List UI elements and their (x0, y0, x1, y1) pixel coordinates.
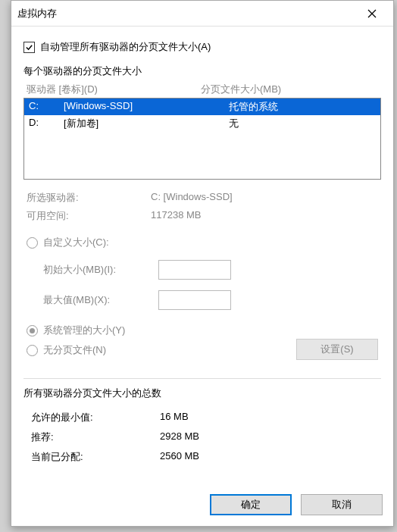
header-drive: 驱动器 [卷标](D) (27, 83, 201, 96)
drive-label: [新加卷] (64, 117, 229, 130)
custom-size-option[interactable]: 自定义大小(C): (23, 233, 381, 252)
initial-size-input[interactable] (158, 260, 231, 280)
available-space-row: 可用空间: 117238 MB (23, 207, 381, 225)
auto-manage-row[interactable]: 自动管理所有驱动器的分页文件大小(A) (23, 40, 381, 54)
drive-letter: D: (29, 117, 64, 130)
drive-paging: 无 (229, 117, 376, 130)
custom-size-label: 自定义大小(C): (43, 236, 109, 249)
selected-drive-value: C: [Windows-SSD] (151, 191, 378, 205)
system-managed-label: 系统管理的大小(Y) (43, 324, 125, 337)
close-button[interactable] (357, 2, 387, 25)
close-icon (367, 9, 377, 18)
dialog-button-row: 确定 取消 (11, 483, 393, 526)
size-options: 自定义大小(C): 初始大小(MB)(I): 最大值(MB)(X): 系统管理的… (23, 233, 381, 368)
header-paging: 分页文件大小(MB) (201, 83, 378, 96)
dialog-content: 自动管理所有驱动器的分页文件大小(A) 每个驱动器的分页文件大小 驱动器 [卷标… (11, 27, 393, 483)
current-allocated-value: 2560 MB (160, 450, 374, 464)
initial-size-label: 初始大小(MB)(I): (43, 263, 158, 277)
no-paging-label: 无分页文件(N) (43, 343, 106, 357)
current-allocated-label: 当前已分配: (31, 450, 160, 464)
drive-row[interactable]: C: [Windows-SSD] 托管的系统 (24, 99, 380, 115)
drive-label: [Windows-SSD] (64, 100, 229, 114)
max-size-row: 最大值(MB)(X): (23, 287, 381, 313)
selected-drive-row: 所选驱动器: C: [Windows-SSD] (23, 189, 381, 207)
totals-section-label: 所有驱动器分页文件大小的总数 (23, 386, 381, 400)
set-button[interactable]: 设置(S) (296, 339, 378, 360)
no-paging-radio[interactable] (27, 345, 38, 356)
system-managed-option[interactable]: 系统管理的大小(Y) (23, 321, 381, 340)
drive-list[interactable]: C: [Windows-SSD] 托管的系统 D: [新加卷] 无 (23, 98, 381, 180)
current-allocated-row: 当前已分配: 2560 MB (23, 447, 381, 467)
selected-drive-label: 所选驱动器: (27, 191, 151, 205)
titlebar: 虚拟内存 (11, 1, 393, 27)
system-managed-radio[interactable] (27, 325, 38, 336)
custom-size-radio[interactable] (27, 237, 38, 249)
min-allowed-value: 16 MB (160, 411, 374, 424)
cancel-button[interactable]: 取消 (301, 494, 383, 515)
drive-paging: 托管的系统 (229, 100, 376, 114)
available-space-value: 117238 MB (151, 209, 378, 223)
recommended-label: 推荐: (31, 430, 160, 444)
divider (23, 378, 381, 379)
recommended-value: 2928 MB (160, 430, 374, 444)
min-allowed-label: 允许的最小值: (31, 411, 160, 424)
dialog-title: 虚拟内存 (17, 7, 357, 20)
checkmark-icon (25, 43, 33, 52)
auto-manage-checkbox[interactable] (23, 42, 35, 53)
per-drive-section-label: 每个驱动器的分页文件大小 (23, 64, 381, 78)
max-size-input[interactable] (158, 290, 231, 310)
virtual-memory-dialog: 虚拟内存 自动管理所有驱动器的分页文件大小(A) 每个驱动器的分页文件大小 驱动… (11, 0, 394, 527)
max-size-label: 最大值(MB)(X): (43, 293, 158, 307)
min-allowed-row: 允许的最小值: 16 MB (23, 408, 381, 427)
initial-size-row: 初始大小(MB)(I): (23, 257, 381, 283)
recommended-row: 推荐: 2928 MB (23, 427, 381, 447)
available-space-label: 可用空间: (27, 209, 151, 223)
ok-button[interactable]: 确定 (210, 494, 292, 515)
drive-letter: C: (29, 100, 64, 114)
auto-manage-label: 自动管理所有驱动器的分页文件大小(A) (40, 40, 211, 54)
drive-row[interactable]: D: [新加卷] 无 (24, 115, 380, 132)
drive-list-header: 驱动器 [卷标](D) 分页文件大小(MB) (23, 81, 381, 98)
